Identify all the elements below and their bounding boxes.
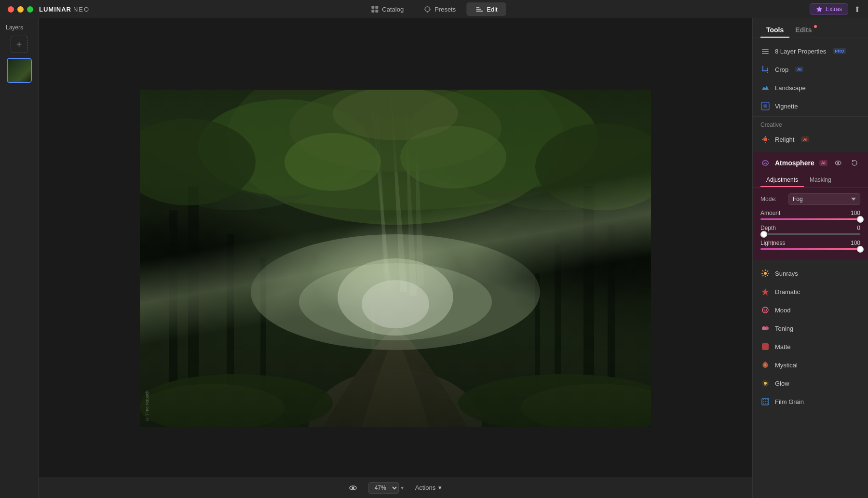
extras-label: Extras [826,6,842,13]
atmosphere-sub-tabs: Adjustments Masking [753,174,868,188]
svg-point-100 [765,403,766,404]
tab-tools[interactable]: Tools [760,23,789,38]
svg-point-50 [140,119,256,205]
atmosphere-title: Atmosphere [775,159,814,167]
tool-relight[interactable]: Relight AI [753,130,868,148]
presets-label: Presets [434,6,456,13]
sub-tab-masking[interactable]: Masking [804,174,837,187]
svg-rect-3 [375,10,378,13]
svg-rect-57 [762,49,769,50]
nav-catalog[interactable]: Catalog [362,2,412,16]
extras-button[interactable]: Extras [810,3,848,15]
zoom-control[interactable]: 47% ▾ [368,482,404,494]
mood-label: Mood [775,307,791,314]
svg-marker-81 [761,288,769,296]
svg-point-89 [764,382,767,385]
tool-layer-properties[interactable]: 8 Layer Properties PRO [753,42,868,60]
glow-label: Glow [775,380,789,387]
lightness-label-row: Lightness 100 [760,240,860,246]
canvas-toolbar: 47% ▾ Actions ▾ [39,477,752,498]
pro-badge: PRO [833,48,846,54]
lightness-track[interactable] [760,248,860,250]
close-button[interactable] [8,6,14,13]
minimize-button[interactable] [17,6,24,13]
atmosphere-visibility-button[interactable] [832,157,844,169]
svg-rect-10 [476,9,481,10]
amount-slider-row: Amount 100 [760,210,860,220]
svg-marker-40 [415,94,424,287]
tool-toning[interactable]: Toning [753,319,868,337]
svg-point-56 [352,486,354,489]
edits-label: Edits [795,26,812,34]
tool-matte[interactable]: Matte [753,337,868,356]
maximize-button[interactable] [27,6,33,13]
tool-mystical[interactable]: Mystical [753,356,868,374]
mystical-icon [760,360,770,370]
atmosphere-icon [760,158,770,168]
share-button[interactable]: ⬆ [854,5,860,14]
amount-track[interactable] [760,218,860,220]
toning-label: Toning [775,325,793,332]
mode-select[interactable]: Fog Mist Haze Rain [788,193,860,205]
svg-point-34 [251,234,540,350]
depth-track[interactable] [760,233,860,235]
svg-point-41 [338,258,453,336]
filmgrain-label: Film Grain [775,398,804,405]
amount-thumb[interactable] [857,216,864,223]
svg-point-54 [333,90,458,140]
layers-title: Layers [4,24,23,31]
tool-dramatic[interactable]: Dramatic [753,283,868,301]
dramatic-icon [760,287,770,296]
layer-thumb-image [8,59,31,82]
atmosphere-reset-button[interactable] [849,157,860,169]
crop-icon [760,65,770,74]
view-toggle[interactable] [345,482,361,494]
app-subtitle: NEO [73,6,90,13]
tool-glow[interactable]: Glow [753,374,868,392]
sub-tab-adjustments[interactable]: Adjustments [760,174,804,187]
svg-rect-14 [140,90,651,427]
atmosphere-controls: Mode: Fog Mist Haze Rain Amount 100 [753,188,868,260]
tool-sunrays[interactable]: Sunrays [753,264,868,283]
tool-crop[interactable]: Crop AI [753,60,868,79]
atmosphere-header[interactable]: Atmosphere AI [753,152,868,174]
nav-presets[interactable]: Presets [414,2,464,16]
svg-point-72 [764,272,767,275]
right-panel: Tools Edits 8 Layer Properties PRO [752,18,868,498]
depth-thumb[interactable] [760,231,767,238]
svg-rect-28 [400,321,403,427]
add-layer-button[interactable]: + [11,36,28,53]
svg-point-33 [521,384,651,427]
nav-edit[interactable]: Edit [466,2,506,16]
tab-edits[interactable]: Edits [789,23,817,38]
lower-tools-list: Sunrays Dramatic [753,260,868,415]
svg-rect-2 [371,10,374,13]
amount-label-row: Amount 100 [760,210,860,216]
eye-icon-atmosphere [834,159,842,167]
actions-button[interactable]: Actions ▾ [411,482,446,493]
image-container: © Timo Nausch [140,90,651,427]
creative-label: Creative [753,118,868,130]
lightness-thumb[interactable] [857,246,864,253]
tool-landscape[interactable]: Landscape [753,79,868,97]
zoom-chevron: ▾ [401,485,404,491]
filmgrain-icon [760,397,770,406]
svg-rect-44 [140,90,651,427]
svg-point-93 [763,399,764,400]
svg-point-101 [767,403,768,404]
dramatic-label: Dramatic [775,288,800,296]
tool-film-grain[interactable]: Film Grain [753,392,868,411]
tool-mood[interactable]: Mood [753,301,868,319]
tool-vignette[interactable]: Vignette [753,97,868,115]
svg-point-98 [767,401,768,402]
titlebar: LUMINAR NEO Catalog Presets [0,0,868,18]
depth-slider-row: Depth 0 ↕ [760,225,860,235]
svg-rect-45 [140,90,651,186]
app-title: LUMINAR [39,6,71,13]
layer-thumbnail[interactable] [7,58,32,83]
edit-icon [475,5,484,13]
amount-fill [760,218,860,220]
atmosphere-section: Atmosphere AI Adjus [753,152,868,260]
zoom-select[interactable]: 47% [368,482,399,494]
svg-line-77 [762,270,763,271]
